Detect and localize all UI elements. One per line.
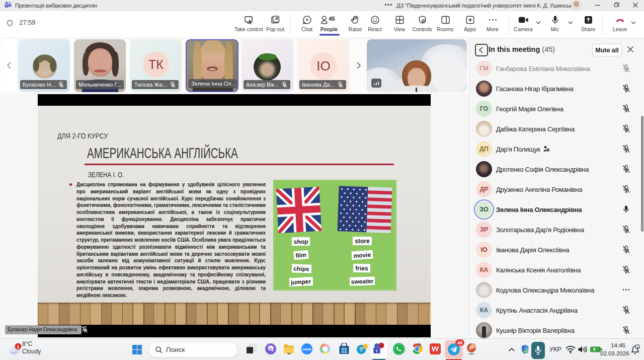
svg-text:T: T (6, 4, 8, 7)
svg-text:z: z (637, 345, 638, 348)
svg-text:jumper: jumper (290, 278, 311, 286)
svg-text:1: 1 (17, 344, 19, 349)
svg-text:?: ? (359, 346, 363, 352)
svg-text:chips: chips (293, 265, 309, 272)
svg-text:P: P (469, 345, 473, 351)
svg-text:49: 49 (457, 340, 462, 345)
svg-text:film: film (295, 251, 306, 259)
svg-text:sweater: sweater (351, 277, 373, 285)
svg-text:shop: shop (294, 238, 308, 245)
svg-text:T: T (376, 349, 378, 353)
svg-text:movie: movie (353, 251, 371, 259)
svg-text:zoom: zoom (302, 347, 311, 351)
svg-text:store: store (355, 238, 370, 245)
svg-text:fries: fries (355, 265, 368, 272)
svg-text:45: 45 (329, 16, 335, 22)
